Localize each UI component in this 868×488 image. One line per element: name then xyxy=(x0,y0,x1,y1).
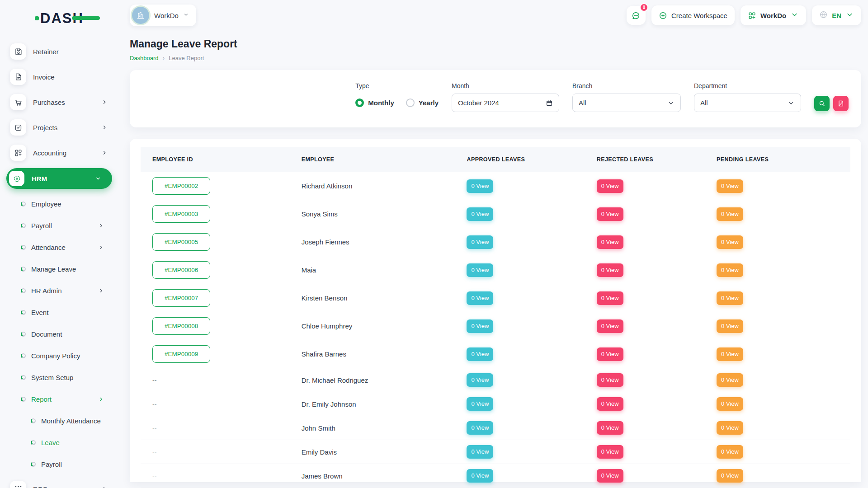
branch-select[interactable]: All xyxy=(572,94,681,112)
sidebar-item-invoice[interactable]: Invoice xyxy=(10,67,112,87)
rejected-leaves-view-button[interactable]: 0 View xyxy=(597,207,623,221)
pending-leaves-view-button[interactable]: 0 View xyxy=(717,347,743,361)
sidebar-subitem-payroll[interactable]: Payroll xyxy=(10,219,112,232)
check-square-icon xyxy=(10,119,26,136)
sidebar-item-pos[interactable]: POS xyxy=(10,479,112,488)
approved-leaves-view-button[interactable]: 0 View xyxy=(467,207,493,221)
rejected-leaves-view-button[interactable]: 0 View xyxy=(597,445,623,459)
bullet-icon xyxy=(21,397,26,402)
type-label: Type xyxy=(355,82,439,89)
logo-row: DASH xyxy=(0,6,118,30)
workspace-dropdown[interactable]: WorkDo xyxy=(741,5,806,25)
breadcrumb-dashboard-link[interactable]: Dashboard xyxy=(130,55,159,61)
pending-leaves-view-button[interactable]: 0 View xyxy=(717,235,743,249)
approved-leaves-view-button[interactable]: 0 View xyxy=(467,347,493,361)
employee-name: Richard Atkinson xyxy=(290,172,455,200)
file-slash-icon xyxy=(837,100,844,107)
employee-id-badge[interactable]: #EMP00006 xyxy=(152,261,210,279)
rejected-leaves-view-button[interactable]: 0 View xyxy=(597,291,623,305)
employee-id-badge[interactable]: #EMP00009 xyxy=(152,345,210,363)
rejected-leaves-view-button[interactable]: 0 View xyxy=(597,469,623,483)
workspace-switcher[interactable]: WorkDo xyxy=(130,5,196,26)
pending-leaves-view-button[interactable]: 0 View xyxy=(717,469,743,483)
employee-id-badge[interactable]: #EMP00002 xyxy=(152,177,210,195)
type-radio-monthly[interactable]: Monthly xyxy=(355,99,394,107)
pending-leaves-view-button[interactable]: 0 View xyxy=(717,291,743,305)
rejected-leaves-view-button[interactable]: 0 View xyxy=(597,347,623,361)
rejected-leaves-view-button[interactable]: 0 View xyxy=(597,235,623,249)
grid-dots-icon xyxy=(10,481,26,488)
sidebar-item-purchases[interactable]: Purchases xyxy=(10,92,112,112)
sidebar-subitem-payroll[interactable]: Payroll xyxy=(10,457,112,471)
sidebar-subitem-manage-leave[interactable]: Manage Leave xyxy=(10,262,112,276)
pending-leaves-view-button[interactable]: 0 View xyxy=(717,373,743,387)
sidebar-item-label: POS xyxy=(33,485,47,488)
approved-leaves-view-button[interactable]: 0 View xyxy=(467,263,493,277)
hub-icon xyxy=(9,171,24,186)
column-header-employee: EMPLOYEE xyxy=(290,147,455,172)
messages-button[interactable]: 0 xyxy=(627,6,646,25)
chevron-down-icon xyxy=(183,11,189,19)
employee-id-badge[interactable]: #EMP00008 xyxy=(152,317,210,335)
sidebar-subitem-monthly-attendance[interactable]: Monthly Attendance xyxy=(10,414,112,427)
approved-leaves-view-button[interactable]: 0 View xyxy=(467,373,493,387)
sidebar-subitem-document[interactable]: Document xyxy=(10,327,112,341)
sidebar-item-retainer[interactable]: Retainer xyxy=(10,42,112,61)
employee-name: James Brown xyxy=(290,464,455,488)
pending-leaves-view-button[interactable]: 0 View xyxy=(717,319,743,333)
employee-id-empty: -- xyxy=(152,472,156,479)
main-area: WorkDo 0 Create Workspace WorkDo xyxy=(118,0,868,488)
chevron-down-icon xyxy=(95,175,101,182)
pending-leaves-view-button[interactable]: 0 View xyxy=(717,397,743,411)
department-value: All xyxy=(700,99,708,107)
sidebar-subitem-event[interactable]: Event xyxy=(10,305,112,319)
branch-value: All xyxy=(579,99,586,107)
sidebar-subitem-company-policy[interactable]: Company Policy xyxy=(10,349,112,362)
sidebar-subitem-attendance[interactable]: Attendance xyxy=(10,240,112,254)
month-input[interactable]: October 2024 xyxy=(452,94,559,112)
pending-leaves-view-button[interactable]: 0 View xyxy=(717,421,743,435)
employee-id-badge[interactable]: #EMP00005 xyxy=(152,233,210,251)
approved-leaves-view-button[interactable]: 0 View xyxy=(467,235,493,249)
pending-leaves-view-button[interactable]: 0 View xyxy=(717,445,743,459)
sidebar-item-label: HRM xyxy=(32,175,47,183)
rejected-leaves-view-button[interactable]: 0 View xyxy=(597,319,623,333)
bullet-icon xyxy=(21,353,26,358)
approved-leaves-view-button[interactable]: 0 View xyxy=(467,291,493,305)
sidebar-subitem-label: Report xyxy=(31,395,52,403)
rejected-leaves-view-button[interactable]: 0 View xyxy=(597,263,623,277)
employee-id-badge[interactable]: #EMP00003 xyxy=(152,205,210,223)
sidebar-item-hrm[interactable]: HRM xyxy=(6,168,112,189)
sidebar-subitem-system-setup[interactable]: System Setup xyxy=(10,371,112,384)
department-select[interactable]: All xyxy=(694,94,801,112)
language-dropdown[interactable]: EN xyxy=(812,5,861,25)
rejected-leaves-view-button[interactable]: 0 View xyxy=(597,421,623,435)
sidebar-nav: RetainerInvoicePurchasesProjectsAccounti… xyxy=(0,30,118,488)
pending-leaves-view-button[interactable]: 0 View xyxy=(717,207,743,221)
pending-leaves-view-button[interactable]: 0 View xyxy=(717,263,743,277)
logo-dot-icon xyxy=(35,16,39,20)
reset-filter-button[interactable] xyxy=(833,96,849,111)
create-workspace-button[interactable]: Create Workspace xyxy=(651,5,735,25)
sidebar-subitem-employee[interactable]: Employee xyxy=(10,197,112,211)
rejected-leaves-view-button[interactable]: 0 View xyxy=(597,179,623,193)
pending-leaves-view-button[interactable]: 0 View xyxy=(717,179,743,193)
rejected-leaves-view-button[interactable]: 0 View xyxy=(597,373,623,387)
type-radio-yearly[interactable]: Yearly xyxy=(406,99,439,107)
approved-leaves-view-button[interactable]: 0 View xyxy=(467,469,493,483)
approved-leaves-view-button[interactable]: 0 View xyxy=(467,319,493,333)
approved-leaves-view-button[interactable]: 0 View xyxy=(467,179,493,193)
dash-logo[interactable]: DASH xyxy=(35,11,84,25)
sidebar-subitem-hr-admin[interactable]: HR Admin xyxy=(10,284,112,297)
approved-leaves-view-button[interactable]: 0 View xyxy=(467,397,493,411)
rejected-leaves-view-button[interactable]: 0 View xyxy=(597,397,623,411)
sidebar-subitem-leave[interactable]: Leave xyxy=(10,436,112,449)
search-button[interactable] xyxy=(814,96,830,111)
approved-leaves-view-button[interactable]: 0 View xyxy=(467,421,493,435)
sidebar-item-accounting[interactable]: Accounting xyxy=(10,143,112,163)
table-body: #EMP00002Richard Atkinson0 View0 View0 V… xyxy=(141,172,850,488)
approved-leaves-view-button[interactable]: 0 View xyxy=(467,445,493,459)
sidebar-subitem-report[interactable]: Report xyxy=(10,392,112,406)
sidebar-item-projects[interactable]: Projects xyxy=(10,117,112,137)
employee-id-badge[interactable]: #EMP00007 xyxy=(152,289,210,307)
